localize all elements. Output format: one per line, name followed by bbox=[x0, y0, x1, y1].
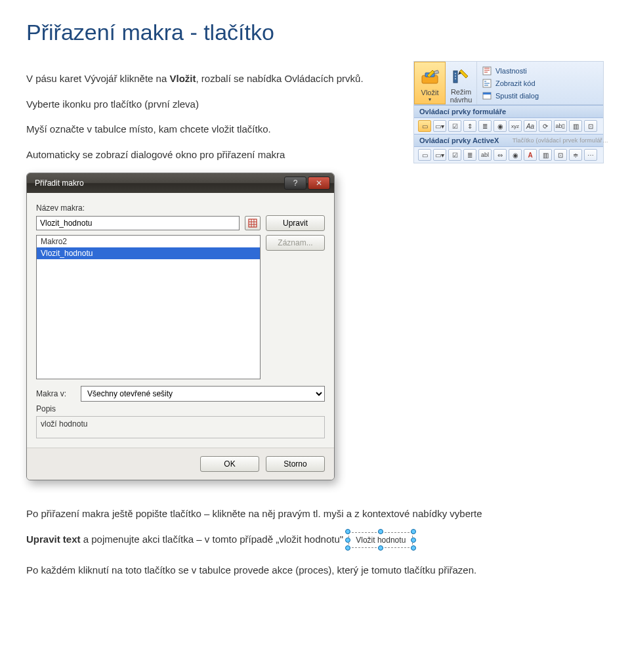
macro-name-input[interactable] bbox=[36, 216, 240, 230]
properties-label: Vlastnosti bbox=[495, 67, 527, 75]
spinner-control-icon[interactable]: ⇕ bbox=[463, 120, 476, 132]
ribbon-screenshot: Vložit ▾ Režim návrhu bbox=[413, 61, 604, 163]
insert-button[interactable]: Vložit ▾ bbox=[414, 62, 446, 104]
macro-listbox[interactable]: Makro2 Vlozit_hodnotu bbox=[36, 235, 261, 379]
list-item[interactable]: Makro2 bbox=[37, 236, 260, 247]
button-control-icon[interactable]: ▭ bbox=[418, 120, 431, 132]
help-button[interactable]: ? bbox=[284, 177, 306, 190]
view-code-link[interactable]: Zobrazit kód bbox=[482, 77, 598, 89]
page-title: Přiřazení makra - tlačítko bbox=[26, 20, 604, 45]
ax-combo-icon[interactable]: ▭▾ bbox=[433, 149, 446, 161]
text: a pojmenujte akci tlačítka – v tomto pří… bbox=[81, 534, 344, 545]
edit-macro-button[interactable]: Upravit bbox=[266, 215, 325, 231]
close-icon: ✕ bbox=[316, 178, 322, 188]
listbox-control-icon[interactable]: ≣ bbox=[478, 120, 492, 132]
dialog-title: Přiřadit makro bbox=[35, 178, 84, 188]
svg-rect-0 bbox=[249, 219, 257, 227]
text-bold: Vložit bbox=[169, 73, 196, 84]
button-edit-graphic: Vložit hodnotu bbox=[348, 532, 413, 547]
form-controls-row: ▭ ▭▾ ☑ ⇕ ≣ ◉ xyz Aa ⟳ ab▯ ▥ ⊡ bbox=[414, 118, 603, 134]
run-dialog-label: Spustit dialog bbox=[495, 92, 539, 100]
activex-controls-row: ▭ ▭▾ ☑ ≣ abl ⇔ ◉ A ▥ ⊡ ≑ ⋯ bbox=[414, 147, 603, 163]
grid-icon bbox=[248, 219, 257, 228]
paragraph-2: Vyberte ikonku pro tlačítko (první zleva… bbox=[26, 97, 400, 112]
paragraph-5b: Upravit text a pojmenujte akci tlačítka … bbox=[26, 532, 604, 547]
option-control-icon[interactable]: ◉ bbox=[494, 120, 507, 132]
ax-option-icon[interactable]: ◉ bbox=[509, 149, 522, 161]
ax-listbox-icon[interactable]: ≣ bbox=[463, 149, 476, 161]
paragraph-3: Myší označte v tabulce místo, kam chcete… bbox=[26, 122, 400, 137]
textfield-icon[interactable]: ab▯ bbox=[554, 120, 567, 132]
paragraph-4: Automaticky se zobrazí dialogové okno pr… bbox=[26, 148, 400, 163]
ok-button[interactable]: OK bbox=[200, 456, 259, 472]
ax-toggle-icon[interactable]: ⊡ bbox=[554, 149, 567, 161]
text: V pásu karet Vývojář klikněte na bbox=[26, 73, 169, 84]
toolbox-icon bbox=[419, 66, 440, 87]
groupbox-icon[interactable]: xyz bbox=[509, 120, 522, 132]
toggle-control-icon[interactable]: ⊡ bbox=[584, 120, 597, 132]
tooltip-text: Tlačítko (ovládací prvek formulář… bbox=[513, 137, 608, 144]
dialog-icon bbox=[482, 91, 492, 100]
svg-rect-7 bbox=[453, 71, 457, 83]
combo-control-icon[interactable]: ▭▾ bbox=[433, 120, 446, 132]
ax-label-icon[interactable]: A bbox=[524, 149, 537, 161]
code-icon bbox=[482, 79, 492, 88]
ax-checkbox-icon[interactable]: ☑ bbox=[448, 149, 461, 161]
close-button[interactable]: ✕ bbox=[308, 177, 330, 190]
label-control-icon[interactable]: Aa bbox=[524, 120, 537, 132]
ax-spin-icon[interactable]: ≑ bbox=[569, 149, 582, 161]
collapse-dialog-button[interactable] bbox=[245, 216, 261, 230]
paragraph-1: V pásu karet Vývojář klikněte na Vložit,… bbox=[26, 72, 400, 87]
paragraph-6: Po každém kliknutí na toto tlačítko se v… bbox=[26, 563, 604, 578]
checkbox-control-icon[interactable]: ☑ bbox=[448, 120, 461, 132]
properties-icon bbox=[482, 66, 492, 75]
description-label: Popis bbox=[36, 404, 325, 413]
form-controls-header: Ovládací prvky formuláře bbox=[414, 105, 603, 118]
scrollbar-control-icon[interactable]: ⟳ bbox=[539, 120, 552, 132]
macro-name-label: Název makra: bbox=[36, 203, 325, 213]
cancel-button[interactable]: Storno bbox=[266, 456, 325, 472]
list-item[interactable]: Vlozit_hodnotu bbox=[37, 247, 260, 259]
run-dialog-link[interactable]: Spustit dialog bbox=[482, 89, 598, 102]
dialog-titlebar: Přiřadit makro ? ✕ bbox=[27, 173, 334, 193]
ax-button-icon[interactable]: ▭ bbox=[418, 149, 431, 161]
view-code-label: Zobrazit kód bbox=[495, 79, 536, 87]
text: Po přiřazení makra ještě popište tlačítk… bbox=[26, 508, 482, 519]
ax-more-icon[interactable]: ⋯ bbox=[584, 149, 597, 161]
design-label: Režim návrhu bbox=[446, 88, 476, 104]
design-mode-button[interactable]: Režim návrhu bbox=[446, 62, 477, 104]
assign-macro-dialog: Přiřadit makro ? ✕ Název makra: bbox=[26, 173, 335, 480]
macros-in-select[interactable]: Všechny otevřené sešity bbox=[81, 386, 325, 402]
properties-link[interactable]: Vlastnosti bbox=[482, 64, 598, 77]
text: , rozbalí se nabídka Ovládacích prvků. bbox=[196, 73, 363, 84]
ax-scrollbar-icon[interactable]: ⇔ bbox=[494, 149, 507, 161]
macros-in-label: Makra v: bbox=[36, 389, 75, 398]
ax-image-icon[interactable]: ▥ bbox=[539, 149, 552, 161]
ruler-pencil-icon bbox=[451, 66, 472, 87]
question-icon: ? bbox=[293, 178, 298, 188]
svg-rect-14 bbox=[483, 93, 491, 94]
image-control-icon[interactable]: ▥ bbox=[569, 120, 582, 132]
text-bold: Upravit text bbox=[26, 534, 81, 545]
description-box: vloží hodnotu bbox=[36, 416, 325, 438]
paragraph-5: Po přiřazení makra ještě popište tlačítk… bbox=[26, 507, 604, 522]
ax-textbox-icon[interactable]: abl bbox=[478, 149, 492, 161]
record-macro-button[interactable]: Záznam... bbox=[266, 235, 325, 251]
insert-label: Vložit bbox=[415, 89, 445, 96]
